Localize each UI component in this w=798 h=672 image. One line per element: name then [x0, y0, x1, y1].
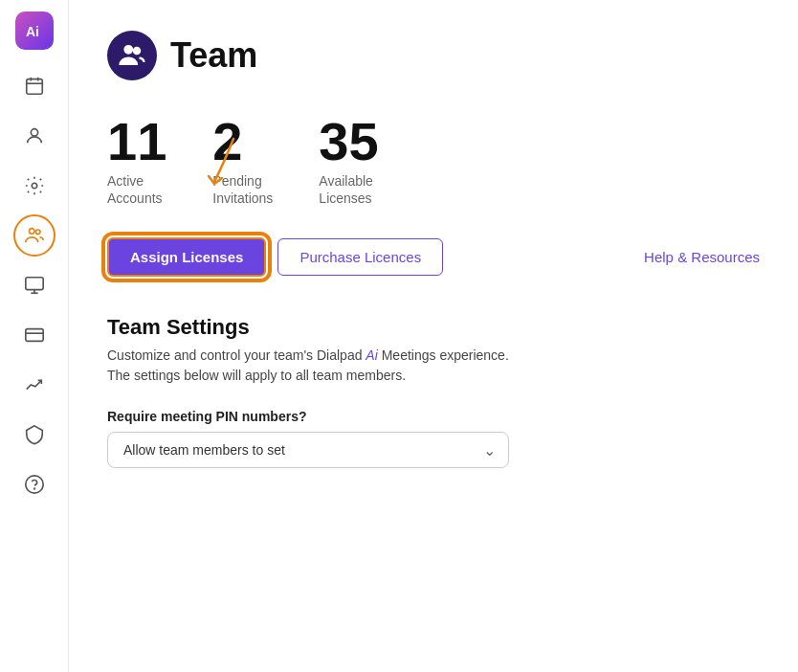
- active-accounts-number: 11: [107, 115, 166, 168]
- desc-text-3: The settings below will apply to all tea…: [107, 368, 406, 383]
- svg-point-17: [134, 48, 140, 54]
- pending-invitations-label: PendingInvitations: [212, 172, 273, 207]
- svg-point-8: [35, 230, 40, 235]
- svg-text:Ai: Ai: [26, 24, 39, 39]
- desc-ai: Ai: [366, 347, 377, 363]
- action-row: Assign Licenses Purchase Licences Help &…: [107, 237, 760, 277]
- svg-point-15: [33, 488, 34, 489]
- desc-text-2: Meetings experience.: [378, 347, 509, 363]
- stat-pending-invitations: 2 PendingInvitations: [212, 115, 273, 207]
- assign-licenses-button[interactable]: Assign Licenses: [107, 237, 266, 277]
- help-icon: [24, 474, 45, 495]
- team-nav-icon: [24, 225, 45, 246]
- sidebar-item-desktop[interactable]: [13, 264, 55, 306]
- sidebar-item-help[interactable]: [13, 463, 55, 505]
- sidebar-item-team[interactable]: [13, 214, 55, 257]
- page-title: Team: [170, 35, 257, 76]
- svg-point-6: [32, 183, 37, 189]
- team-settings-section: Team Settings Customize and control your…: [107, 315, 760, 468]
- stat-active-accounts: 11 ActiveAccounts: [107, 115, 166, 207]
- sidebar-item-analytics[interactable]: [13, 364, 55, 406]
- help-resources-link[interactable]: Help & Resources: [644, 249, 760, 265]
- main-content: Team 11 ActiveAccounts 2 PendingInvitati…: [69, 0, 798, 672]
- ai-logo-icon: Ai: [23, 19, 46, 42]
- team-avatar: [107, 31, 157, 80]
- pin-label: Require meeting PIN numbers?: [107, 409, 760, 424]
- active-accounts-label: ActiveAccounts: [107, 172, 163, 207]
- desktop-icon: [24, 275, 45, 296]
- svg-point-14: [25, 476, 42, 493]
- svg-rect-12: [25, 329, 42, 342]
- sidebar-item-settings[interactable]: [13, 165, 55, 207]
- settings-icon: [24, 175, 45, 196]
- card-icon: [24, 325, 45, 346]
- settings-title: Team Settings: [107, 315, 760, 340]
- pin-select-wrapper: Allow team members to setAlways require …: [107, 432, 509, 468]
- person-icon: [24, 125, 45, 146]
- pending-invitations-number: 2: [212, 115, 242, 168]
- svg-point-16: [125, 46, 133, 54]
- available-licenses-number: 35: [319, 115, 378, 168]
- svg-rect-9: [25, 278, 42, 290]
- sidebar-item-card[interactable]: [13, 314, 55, 356]
- stat-available-licenses: 35 AvailableLicenses: [319, 115, 378, 207]
- page-header: Team: [107, 31, 760, 80]
- svg-rect-1: [26, 79, 42, 95]
- shield-icon: [24, 424, 45, 445]
- pin-select[interactable]: Allow team members to setAlways require …: [107, 432, 509, 468]
- desc-text-1: Customize and control your team's Dialpa…: [107, 347, 366, 363]
- purchase-licences-button[interactable]: Purchase Licences: [277, 238, 443, 276]
- calendar-icon: [24, 76, 45, 97]
- sidebar-item-calendar[interactable]: [13, 65, 55, 107]
- stats-row: 11 ActiveAccounts 2 PendingInvitations 3…: [107, 115, 760, 207]
- analytics-icon: [24, 374, 45, 395]
- logo-button[interactable]: Ai: [15, 11, 54, 50]
- svg-point-7: [29, 229, 34, 235]
- team-header-icon: [118, 41, 146, 70]
- sidebar: Ai: [0, 0, 69, 672]
- sidebar-item-shield[interactable]: [13, 414, 55, 456]
- settings-description: Customize and control your team's Dialpa…: [107, 346, 760, 386]
- available-licenses-label: AvailableLicenses: [319, 172, 373, 207]
- sidebar-item-person[interactable]: [13, 115, 55, 157]
- svg-point-5: [31, 129, 37, 136]
